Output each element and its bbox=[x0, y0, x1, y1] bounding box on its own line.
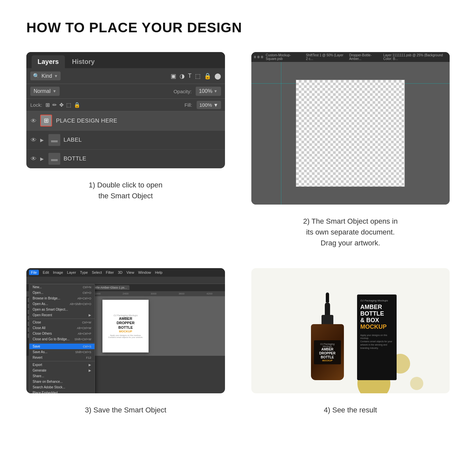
result-products: OJ Packaging Mockups AMBERDROPPERBOTTLE … bbox=[258, 275, 443, 387]
menu-item-saveas-label: Save As... bbox=[33, 350, 47, 354]
eye-icon-design[interactable]: 👁 bbox=[30, 118, 37, 125]
bottle-body-element: OJ Packaging Mockups AMBERDROPPERBOTTLE … bbox=[311, 324, 344, 380]
menu-item-revert[interactable]: Revert F12 bbox=[29, 355, 95, 360]
menu-item-bridge-shortcut: Alt+Ctrl+O bbox=[77, 297, 91, 300]
menu-item-export-label: Export bbox=[33, 363, 42, 367]
menu-item-bridge[interactable]: Browse in Bridge... Alt+Ctrl+O bbox=[29, 295, 95, 301]
step4-cell: OJ Packaging Mockups AMBERDROPPERBOTTLE … bbox=[251, 268, 450, 415]
box-desc: Apply your designs on this mockup. Conta… bbox=[360, 334, 393, 350]
menu-item-recent[interactable]: Open Recent ▶ bbox=[29, 312, 95, 318]
menu-3d[interactable]: 3D bbox=[118, 270, 123, 274]
pixel-filter-icon[interactable]: ▣ bbox=[171, 72, 176, 80]
menu-item-openas[interactable]: Open As... Alt+Shift+Ctrl+O bbox=[29, 301, 95, 307]
menu-item-smart-label: Open as Smart Object... bbox=[33, 308, 68, 311]
box-brand: OJ Packaging Mockups bbox=[360, 299, 393, 302]
menu-item-recent-arrow: ▶ bbox=[89, 313, 91, 317]
menu-separator-3 bbox=[29, 361, 95, 361]
eye-icon-bottle[interactable]: 👁 bbox=[30, 155, 37, 162]
menu-item-revert-label: Revert bbox=[33, 356, 42, 359]
menu-edit[interactable]: Edit bbox=[43, 270, 49, 274]
lock-fill-row: Lock: ⊞ ✏ ✥ ⬚ 🔒 Fill: 100% ▼ bbox=[26, 99, 225, 111]
menu-item-saveas-shortcut: Shift+Ctrl+S bbox=[75, 350, 91, 354]
menu-item-share[interactable]: Share... bbox=[29, 373, 95, 379]
smart-filter-icon[interactable]: 🔒 bbox=[204, 72, 211, 80]
menu-item-save[interactable]: Save Ctrl+S bbox=[29, 344, 95, 349]
layers-kind-filter[interactable]: 🔍 Kind ▼ bbox=[30, 71, 61, 80]
menu-item-close[interactable]: Close Ctrl+W bbox=[29, 320, 95, 325]
box-title: AMBERBOTTLE& BOX bbox=[360, 304, 393, 323]
menu-item-close-shortcut: Ctrl+W bbox=[82, 321, 91, 324]
layer-item-bottle[interactable]: 👁 ▶ ▬ BOTTLE bbox=[26, 150, 225, 168]
menu-window[interactable]: Window bbox=[138, 270, 151, 274]
menu-item-closeall-shortcut: Alt+Ctrl+W bbox=[77, 326, 91, 330]
lock-artboard-icon[interactable]: ⬚ bbox=[66, 102, 71, 108]
step2-label: 2) The Smart Object opens in its own sep… bbox=[303, 216, 398, 248]
topbar-dot1 bbox=[254, 56, 256, 58]
menu-item-export[interactable]: Export ▶ bbox=[29, 362, 95, 368]
shape-filter-icon[interactable]: ⬚ bbox=[195, 72, 201, 80]
menu-item-saveas[interactable]: Save As... Shift+Ctrl+S bbox=[29, 349, 95, 355]
menu-item-closebridge-label: Close and Go to Bridge... bbox=[33, 337, 70, 341]
adjustment-filter-icon[interactable]: ◑ bbox=[180, 72, 185, 80]
layer-expand-arrow-label[interactable]: ▶ bbox=[40, 137, 44, 143]
layer2-name: LABEL bbox=[64, 137, 82, 143]
menu-view[interactable]: View bbox=[126, 270, 134, 274]
opacity-input[interactable]: 100% ▼ bbox=[196, 87, 221, 96]
tab-history[interactable]: History bbox=[66, 55, 101, 68]
menu-item-closeall-label: Close All bbox=[33, 326, 45, 330]
bottle-cap-element bbox=[322, 315, 333, 324]
menu-item-new[interactable]: New... Ctrl+N bbox=[29, 284, 95, 290]
result-box-product: OJ Packaging Mockups AMBERBOTTLE& BOX MO… bbox=[357, 294, 397, 380]
menu-item-placeembedded[interactable]: Place Embedded... bbox=[29, 390, 95, 393]
menu-item-recent-label: Open Recent bbox=[33, 313, 52, 317]
menu-item-sharebehance[interactable]: Share on Behance... bbox=[29, 379, 95, 384]
menu-item-save-label: Save bbox=[33, 345, 40, 348]
menu-type[interactable]: Type bbox=[80, 270, 88, 274]
menu-item-smart[interactable]: Open as Smart Object... bbox=[29, 307, 95, 312]
blend-mode-dropdown[interactable]: Normal ▼ bbox=[30, 87, 60, 96]
smart-object-icon: ⊞ bbox=[44, 117, 49, 124]
artboard-filter-icon[interactable]: ⬤ bbox=[214, 72, 221, 80]
menu-item-generate[interactable]: Generate ▶ bbox=[29, 368, 95, 373]
menu-layer[interactable]: Layer bbox=[67, 270, 76, 274]
menu-item-closeall[interactable]: Close All Alt+Ctrl+W bbox=[29, 325, 95, 331]
menu-item-placeembedded-label: Place Embedded... bbox=[33, 391, 61, 393]
canvas-tab-text: Custom-Mockup-Square.psb bbox=[266, 53, 301, 61]
opacity-value: 100% bbox=[199, 88, 212, 94]
bottle-product-title: AMBERDROPPERBOTTLE bbox=[316, 348, 339, 359]
menu-file[interactable]: File bbox=[29, 270, 39, 275]
layer-item-design[interactable]: 👁 ⊞ PLACE DESIGN HERE bbox=[26, 111, 225, 131]
menu-select[interactable]: Select bbox=[92, 270, 102, 274]
lock-all-icon[interactable]: 🔒 bbox=[74, 102, 80, 108]
menu-item-closebridge[interactable]: Close and Go to Bridge... Shift+Ctrl+W bbox=[29, 336, 95, 342]
menu-item-export-arrow: ▶ bbox=[89, 363, 91, 367]
layer-expand-arrow-bottle[interactable]: ▶ bbox=[40, 156, 44, 161]
menu-item-open[interactable]: Open... Ctrl+O bbox=[29, 290, 95, 295]
menu-item-open-shortcut: Ctrl+O bbox=[83, 291, 91, 294]
menu-item-closeothers[interactable]: Close Others Alt+Ctrl+P bbox=[29, 331, 95, 336]
menu-item-sharebehance-label: Share on Behance... bbox=[33, 380, 63, 383]
bottle-dropper-tip bbox=[326, 293, 329, 302]
bottle-label-element: OJ Packaging Mockups AMBERDROPPERBOTTLE … bbox=[314, 340, 341, 364]
lock-pixels-icon[interactable]: ✏ bbox=[52, 102, 57, 108]
lock-transparent-icon[interactable]: ⊞ bbox=[45, 102, 50, 108]
canvas-content-area bbox=[251, 62, 450, 205]
folder-icon-label: ▬ bbox=[51, 136, 58, 144]
fill-input[interactable]: 100% ▼ bbox=[197, 101, 221, 109]
menu-item-closeothers-label: Close Others bbox=[33, 332, 52, 335]
layers-panel-screenshot: Layers History 🔍 Kind ▼ ▣ ◑ T ⬚ 🔒 ⬤ bbox=[26, 52, 225, 168]
menu-image[interactable]: Image bbox=[53, 270, 63, 274]
type-filter-icon[interactable]: T bbox=[188, 72, 192, 79]
menu-filter[interactable]: Filter bbox=[106, 270, 114, 274]
layer-item-label[interactable]: 👁 ▶ ▬ LABEL bbox=[26, 131, 225, 150]
menu-help[interactable]: Help bbox=[155, 270, 163, 274]
eye-icon-label[interactable]: 👁 bbox=[30, 137, 37, 144]
tab-layers[interactable]: Layers bbox=[32, 55, 65, 68]
lock-icons-group: ⊞ ✏ ✥ ⬚ 🔒 bbox=[45, 102, 80, 108]
menu-item-adobestock[interactable]: Search Adobe Stock... bbox=[29, 384, 95, 390]
result-screenshot: OJ Packaging Mockups AMBERDROPPERBOTTLE … bbox=[251, 268, 450, 393]
menu-separator-2 bbox=[29, 343, 95, 343]
lock-position-icon[interactable]: ✥ bbox=[59, 102, 64, 108]
box-type: MOCKUP bbox=[360, 324, 393, 330]
bottle-mockup-label: MOCKUP bbox=[316, 359, 339, 362]
